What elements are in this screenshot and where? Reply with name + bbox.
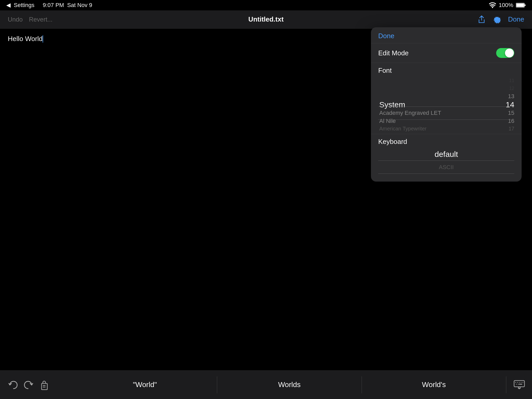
text-cursor [43,35,43,43]
status-right: 100% [489,2,526,9]
picker-separator-top [378,107,514,107]
toolbar-left: Undo Revert... [8,16,60,23]
kb-item-ascii[interactable]: ASCII [378,161,514,174]
wifi-icon [489,2,496,8]
suggestion-quoted-world[interactable]: "World" [73,376,217,393]
font-item-academy[interactable]: Academy Engraved LET [378,109,494,117]
kb-separator-top [378,161,514,161]
keyboard-picker[interactable]: default ASCII [378,148,514,182]
suggestion-worlds-possessive[interactable]: World's [362,376,506,393]
size-item-15[interactable]: 15 [508,109,514,117]
font-section: Font System Academy Engraved LET Al Nile… [371,63,522,134]
size-item-14[interactable]: 14 [506,100,514,109]
toggle-knob [505,49,514,57]
bottom-right-icons [506,376,532,393]
redo-icon[interactable] [23,380,34,390]
size-item-11[interactable]: 11 [509,77,514,84]
toolbar: Undo Revert... Untitled.txt Done [0,10,532,29]
font-item-american[interactable]: American Typewriter [378,125,494,133]
kb-separator-bottom [378,174,514,174]
svg-rect-1 [516,4,524,7]
keyboard-section-label: Keyboard [378,138,514,146]
size-item-17[interactable]: 17 [509,125,514,133]
size-item-16[interactable]: 16 [508,117,514,125]
settings-back-label[interactable]: Settings [14,2,35,9]
font-name-academy: Academy Engraved LET [379,110,441,116]
font-sizes-column: 11 12 13 14 15 16 17 [494,77,514,134]
status-date: Sat Nov 9 [67,2,92,9]
font-item-al-nile[interactable]: Al Nile [378,117,494,125]
battery-icon [516,3,526,8]
svg-rect-3 [42,383,47,390]
share-icon[interactable] [477,15,486,24]
bottom-left-icons [0,380,73,390]
status-left: ◀ Settings 9:07 PM Sat Nov 9 [6,2,92,9]
edit-mode-toggle[interactable] [496,48,514,58]
panel-done-section: Done [371,27,522,43]
font-names-column: System Academy Engraved LET Al Nile Amer… [378,77,494,134]
font-item-13[interactable] [378,92,494,100]
undo-button[interactable]: Undo [8,16,23,23]
suggestion-worlds[interactable]: Worlds [217,376,362,393]
keyboard-section: Keyboard default ASCII [371,134,522,182]
undo-icon[interactable] [8,380,18,390]
edit-mode-label: Edit Mode [378,49,409,57]
keyboard-hide-icon[interactable] [514,380,525,389]
font-section-label: Font [378,66,514,75]
svg-rect-2 [524,4,526,6]
font-name-al-nile: Al Nile [379,118,396,124]
bottom-bar: "World" Worlds World's [0,370,532,399]
toolbar-title: Untitled.txt [60,15,472,23]
size-item-13[interactable]: 13 [508,92,514,100]
back-arrow-icon: ◀ [6,2,11,9]
settings-panel: Done Edit Mode Font System Academy Engra… [371,27,522,182]
toolbar-right: Done [472,15,524,24]
picker-separator-bottom [378,119,514,120]
size-item-12[interactable]: 12 [509,84,514,92]
edit-mode-row: Edit Mode [371,43,522,63]
status-bar: ◀ Settings 9:07 PM Sat Nov 9 100% [0,0,532,10]
status-time: 9:07 PM [43,2,64,9]
toolbar-done-button[interactable]: Done [508,15,524,23]
font-item-system[interactable]: System [378,100,494,109]
panel-done-button[interactable]: Done [378,32,394,40]
kb-item-default[interactable]: default [378,148,514,161]
font-picker[interactable]: System Academy Engraved LET Al Nile Amer… [378,77,514,134]
bottom-suggestions: "World" Worlds World's [73,371,506,399]
font-item-11[interactable] [378,77,494,84]
editor-text: Hello World [8,35,43,43]
gear-icon[interactable] [493,15,502,24]
revert-button[interactable]: Revert... [29,16,52,23]
font-name-american: American Typewriter [379,126,427,132]
font-item-12[interactable] [378,84,494,92]
paste-icon[interactable] [39,380,49,390]
font-name-system: System [379,100,405,109]
svg-rect-6 [514,381,524,387]
battery-percent: 100% [499,2,513,9]
